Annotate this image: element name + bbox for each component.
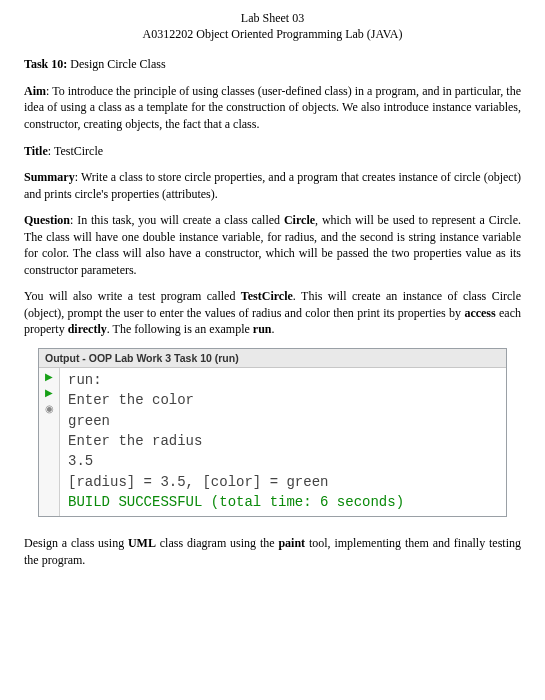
header-line-1: Lab Sheet 03 [24, 10, 521, 26]
question-paragraph: Question: In this task, you will create … [24, 212, 521, 278]
console-gutter: ▶ ▶ ◉ [39, 368, 60, 516]
summary-text: : Write a class to store circle properti… [24, 170, 521, 201]
task-line: Task 10: Design Circle Class [24, 56, 521, 73]
aim-label: Aim [24, 84, 46, 98]
gear-icon: ◉ [43, 403, 55, 415]
title-text: : TestCircle [48, 144, 103, 158]
console-line: green [68, 411, 498, 431]
p2-post: . The following is an example [107, 322, 253, 336]
footer-pre: Design a class using [24, 536, 128, 550]
task-label: Task 10: [24, 57, 67, 71]
summary-label: Summary [24, 170, 75, 184]
console-line: 3.5 [68, 451, 498, 471]
console-line: [radius] = 3.5, [color] = green [68, 472, 498, 492]
p2-end: . [272, 322, 275, 336]
p2-run: run [253, 322, 272, 336]
console-output-box: Output - OOP Lab Work 3 Task 10 (run) ▶ … [38, 348, 507, 517]
console-build-line: BUILD SUCCESSFUL (total time: 6 seconds) [68, 492, 498, 512]
task-title: Design Circle Class [70, 57, 165, 71]
title-paragraph: Title: TestCircle [24, 143, 521, 160]
question-label: Question [24, 213, 70, 227]
aim-paragraph: Aim: To introduce the principle of using… [24, 83, 521, 133]
footer-paragraph: Design a class using UML class diagram u… [24, 535, 521, 568]
console-line: Enter the color [68, 390, 498, 410]
play-icon: ▶ [43, 387, 55, 399]
p2-directly: directly [68, 322, 107, 336]
console-line: run: [68, 370, 498, 390]
console-line: Enter the radius [68, 431, 498, 451]
summary-paragraph: Summary: Write a class to store circle p… [24, 169, 521, 202]
footer-uml: UML [128, 536, 156, 550]
document-page: Lab Sheet 03 A0312202 Object Oriented Pr… [0, 0, 545, 598]
question-pre: : In this task, you will create a class … [70, 213, 284, 227]
aim-text: : To introduce the principle of using cl… [24, 84, 521, 131]
console-lines: run: Enter the color green Enter the rad… [60, 368, 506, 516]
play-icon: ▶ [43, 371, 55, 383]
p2-testname: TestCircle [241, 289, 293, 303]
p2-access: access [464, 306, 495, 320]
test-paragraph: You will also write a test program calle… [24, 288, 521, 338]
title-label: Title [24, 144, 48, 158]
question-classname: Circle [284, 213, 315, 227]
header-line-2: A0312202 Object Oriented Programming Lab… [24, 26, 521, 42]
footer-mid: class diagram using the [156, 536, 278, 550]
console-title-bar: Output - OOP Lab Work 3 Task 10 (run) [39, 349, 506, 368]
p2-pre: You will also write a test program calle… [24, 289, 241, 303]
footer-paint: paint [278, 536, 305, 550]
console-body: ▶ ▶ ◉ run: Enter the color green Enter t… [39, 368, 506, 516]
document-header: Lab Sheet 03 A0312202 Object Oriented Pr… [24, 10, 521, 42]
